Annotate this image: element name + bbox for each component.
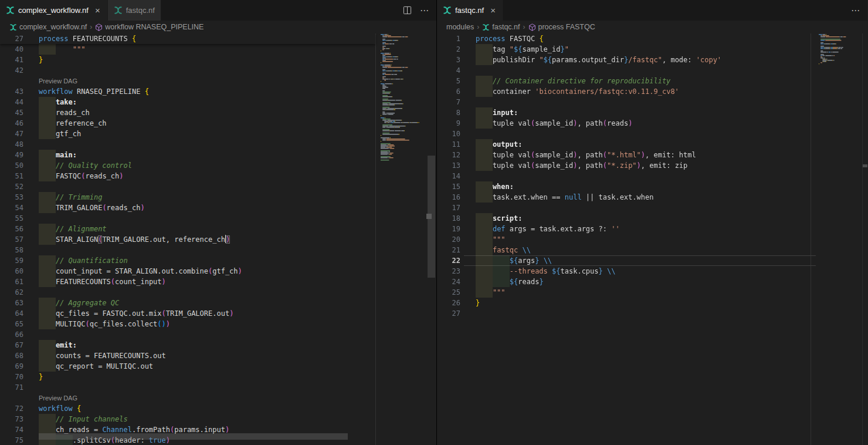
- line-number: 74: [0, 424, 23, 435]
- split-editor-icon[interactable]: [403, 6, 412, 15]
- tab-label: fastqc.nf: [126, 6, 155, 15]
- code-line[interactable]: 40 """: [0, 44, 436, 55]
- line-number: 58: [0, 245, 23, 255]
- code-line[interactable]: 49 main:: [0, 150, 436, 160]
- code-line[interactable]: 69 qc_report = MULTIQC.out: [0, 361, 436, 372]
- code-line[interactable]: 58: [0, 245, 436, 255]
- close-icon[interactable]: ×: [94, 6, 101, 15]
- code-line[interactable]: 22 ${args} \\: [437, 255, 867, 266]
- code-line[interactable]: 67 emit:: [0, 340, 436, 350]
- code-line[interactable]: 62: [0, 287, 436, 298]
- code-line[interactable]: 45 reads_ch: [0, 107, 436, 118]
- line-number: 55: [0, 213, 23, 224]
- breadcrumb-symbol[interactable]: workflow RNASEQ_PIPELINE: [95, 23, 204, 31]
- line-number: 49: [0, 150, 23, 160]
- code-line[interactable]: 20 """: [437, 234, 867, 245]
- nextflow-file-icon: [6, 6, 15, 15]
- code-line[interactable]: 52: [0, 181, 436, 192]
- code-line[interactable]: 5 // Container directive for reproducibi…: [437, 76, 867, 86]
- editor-group-left: complex_workflow.nf × fastqc.nf ⋯ comple…: [0, 0, 436, 445]
- sticky-scroll-line[interactable]: 27process FEATURECOUNTS {: [0, 33, 375, 44]
- code-line[interactable]: 44 take:: [0, 97, 436, 107]
- code-line[interactable]: 66: [0, 329, 436, 340]
- codelens-link[interactable]: Preview DAG: [39, 393, 77, 403]
- line-number: 56: [0, 224, 23, 234]
- code-line[interactable]: 46 reference_ch: [0, 118, 436, 129]
- code-line[interactable]: 12 tuple val(sample_id), path("*.html"),…: [437, 150, 867, 160]
- code-line[interactable]: 57 STAR_ALIGN(TRIM_GALORE.out, reference…: [0, 234, 436, 245]
- code-line[interactable]: 21 fastqc \\: [437, 245, 867, 255]
- code-line[interactable]: 23 --threads ${task.cpus} \\: [437, 266, 867, 277]
- code-line[interactable]: 43workflow RNASEQ_PIPELINE {: [0, 86, 436, 97]
- code-line[interactable]: 6 container 'biocontainers/fastqc:v0.11.…: [437, 86, 867, 97]
- code-line[interactable]: 63 // Aggregate QC: [0, 298, 436, 308]
- sash-handle[interactable]: [426, 214, 432, 219]
- more-actions-icon[interactable]: ⋯: [420, 5, 429, 16]
- editor-group-right: fastqc.nf × ⋯ modules › fastqc.nf › proc…: [436, 0, 867, 445]
- code-editor-right[interactable]: 1process FASTQC {2 tag "${sample_id}"3 p…: [437, 33, 867, 445]
- code-editor-left[interactable]: 40 """41}42Preview DAG43workflow RNASEQ_…: [0, 33, 436, 445]
- minimap[interactable]: [816, 33, 855, 444]
- code-line[interactable]: 55: [0, 213, 436, 224]
- breadcrumb-folder[interactable]: modules: [446, 23, 474, 31]
- code-line[interactable]: 27: [437, 308, 867, 319]
- code-line[interactable]: 65 MULTIQC(qc_files.collect()): [0, 319, 436, 329]
- line-number: 65: [0, 319, 23, 329]
- code-line[interactable]: 18 script:: [437, 213, 867, 224]
- code-line[interactable]: 19 def args = task.ext.args ?: '': [437, 224, 867, 234]
- code-line[interactable]: 71: [0, 382, 436, 393]
- code-line[interactable]: 8 input:: [437, 107, 867, 118]
- code-line[interactable]: 24 ${reads}: [437, 277, 867, 287]
- code-line[interactable]: 70}: [0, 372, 436, 382]
- code-line[interactable]: 54 TRIM_GALORE(reads_ch): [0, 203, 436, 213]
- code-line[interactable]: 1process FASTQC {: [437, 33, 867, 44]
- code-line[interactable]: 61 FEATURECOUNTS(count_input): [0, 277, 436, 287]
- code-line[interactable]: 56 // Alignment: [0, 224, 436, 234]
- tab-fastqc-left[interactable]: fastqc.nf: [108, 0, 161, 21]
- line-number: 66: [0, 329, 23, 340]
- code-line[interactable]: 4: [437, 65, 867, 76]
- tab-complex-workflow[interactable]: complex_workflow.nf ×: [0, 0, 108, 21]
- code-line[interactable]: 25 """: [437, 287, 867, 298]
- codelens-line[interactable]: Preview DAG: [0, 393, 436, 403]
- code-line[interactable]: 26}: [437, 298, 867, 308]
- code-line[interactable]: 68 counts = FEATURECOUNTS.out: [0, 350, 436, 361]
- code-line[interactable]: 59 // Quantification: [0, 255, 436, 266]
- tab-fastqc-right[interactable]: fastqc.nf ×: [437, 0, 503, 21]
- line-number: 67: [0, 340, 23, 350]
- code-line[interactable]: 41}: [0, 55, 436, 65]
- breadcrumb-file[interactable]: complex_workflow.nf: [9, 23, 87, 31]
- code-line[interactable]: 60 count_input = STAR_ALIGN.out.combine(…: [0, 266, 436, 277]
- code-line[interactable]: 7: [437, 97, 867, 107]
- code-line[interactable]: 17: [437, 203, 867, 213]
- code-line[interactable]: 15 when:: [437, 181, 867, 192]
- codelens-link[interactable]: Preview DAG: [39, 76, 77, 86]
- code-line[interactable]: 64 qc_files = FASTQC.out.mix(TRIM_GALORE…: [0, 308, 436, 319]
- code-line[interactable]: 16 task.ext.when == null || task.ext.whe…: [437, 192, 867, 203]
- breadcrumb-symbol[interactable]: process FASTQC: [528, 23, 595, 31]
- code-line[interactable]: 2 tag "${sample_id}": [437, 44, 867, 55]
- code-line[interactable]: 9 tuple val(sample_id), path(reads): [437, 118, 867, 129]
- code-line[interactable]: 13 tuple val(sample_id), path("*.zip"), …: [437, 160, 867, 171]
- breadcrumb-file[interactable]: fastqc.nf: [482, 23, 520, 31]
- codelens-line[interactable]: Preview DAG: [0, 76, 436, 86]
- code-line[interactable]: 11 output:: [437, 139, 867, 150]
- more-actions-icon[interactable]: ⋯: [851, 5, 860, 16]
- close-icon[interactable]: ×: [489, 6, 497, 15]
- nextflow-file-icon: [443, 6, 452, 15]
- code-line[interactable]: 51 FASTQC(reads_ch): [0, 171, 436, 181]
- code-line[interactable]: 14: [437, 171, 867, 181]
- code-line[interactable]: 42: [0, 65, 436, 76]
- code-line[interactable]: 47 gtf_ch: [0, 129, 436, 139]
- code-line[interactable]: 48: [0, 139, 436, 150]
- code-line[interactable]: 53 // Trimming: [0, 192, 436, 203]
- code-line[interactable]: 50 // Quality control: [0, 160, 436, 171]
- code-line[interactable]: 3 publishDir "${params.output_dir}/fastq…: [437, 55, 867, 65]
- line-number: 12: [437, 150, 460, 160]
- line-number: 41: [0, 55, 23, 65]
- code-line[interactable]: 73 // Input channels: [0, 414, 436, 424]
- minimap[interactable]: [378, 33, 428, 444]
- code-line[interactable]: 10: [437, 129, 867, 139]
- horizontal-scrollbar[interactable]: [39, 433, 348, 440]
- code-line[interactable]: 72workflow {: [0, 403, 436, 414]
